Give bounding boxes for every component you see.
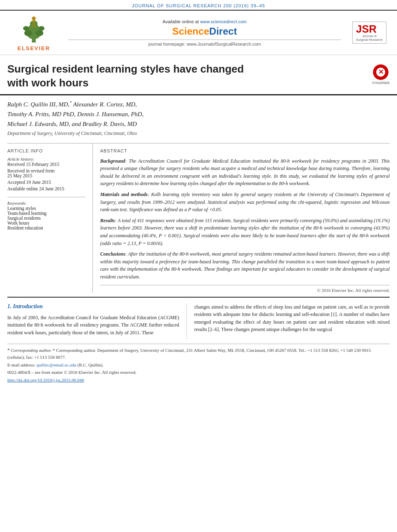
header-banner: ELSEVIER Available online at www.science… xyxy=(0,10,397,55)
doi-line: http://dx.doi.org/10.1016/j.jss.2015.06.… xyxy=(7,377,390,384)
direct-suffix: Direct xyxy=(209,26,237,37)
two-col-layout: ARTICLE INFO Article history: Received 1… xyxy=(7,143,390,293)
revised-label: Received in revised form xyxy=(7,168,85,173)
journal-header-bar: JOURNAL OF SURGICAL RESEARCH 200 (2016) … xyxy=(0,0,397,10)
available-date: Available online 24 June 2015 xyxy=(7,186,85,191)
abstract-results: Results: A total of 411 responses were o… xyxy=(100,217,390,247)
intro-section-title: 1. Introduction xyxy=(7,303,179,310)
copyright-notice: © 2016 Elsevier Inc. All rights reserved… xyxy=(100,285,390,293)
sciencedirect-link[interactable]: www.sciencedirect.com xyxy=(200,19,246,24)
crossmark-x-icon: ✕ xyxy=(378,69,384,75)
intro-left-text: In July of 2003, the Accreditation Counc… xyxy=(7,314,179,337)
keyword-1: Learning styles xyxy=(7,206,85,211)
elsevier-wordmark: ELSEVIER xyxy=(18,45,50,51)
title-section: Surgical resident learning styles have c… xyxy=(0,55,397,95)
article-info-heading: ARTICLE INFO xyxy=(7,148,85,153)
star-symbol: * xyxy=(7,347,10,353)
elsevier-tree-icon xyxy=(13,14,54,44)
email-suffix: (R.C. Quillin). xyxy=(77,362,103,367)
footer-notes: * Corresponding author. * Corresponding … xyxy=(7,344,390,383)
history-label: Article history: xyxy=(7,157,85,161)
abstract-background: Background: The Accreditation Council fo… xyxy=(100,157,390,188)
crossmark-badge[interactable]: ✕ CrossMark xyxy=(372,64,390,85)
keyword-5: Resident education xyxy=(7,225,85,230)
abstract-methods: Materials and methods: Kolb learning sty… xyxy=(100,191,390,214)
journal-homepage: journal homepage: www.JournalofSurgicalR… xyxy=(68,40,341,46)
svg-point-4 xyxy=(24,30,32,36)
main-content: 1. Introduction In July of 2003, the Acc… xyxy=(7,297,390,340)
abstract-heading: ABSTRACT xyxy=(100,148,390,153)
elsevier-logo: ELSEVIER xyxy=(7,14,60,51)
article-info-col: ARTICLE INFO Article history: Received 1… xyxy=(7,143,93,293)
crossmark-circle: ✕ xyxy=(373,64,388,80)
article-title: Surgical resident learning styles have c… xyxy=(7,62,244,90)
intro-left: 1. Introduction In July of 2003, the Acc… xyxy=(7,303,186,340)
keywords-label: Keywords: xyxy=(7,201,85,205)
intro-right: changes aimed to address the effects of … xyxy=(186,303,390,340)
svg-point-6 xyxy=(23,26,29,31)
abstract-conclusions: Conclusions: After the institution of th… xyxy=(100,250,390,280)
jsr-letters: JSR xyxy=(356,24,382,34)
intro-right-text: changes aimed to address the effects of … xyxy=(194,303,390,333)
affiliation: Department of Surgery, University of Cin… xyxy=(7,130,390,137)
keyword-2: Team-based learning xyxy=(7,211,85,216)
email-label: E-mail address: xyxy=(7,362,35,367)
sci-prefix: Science xyxy=(172,26,209,37)
header-center: Available online at www.sciencedirect.co… xyxy=(60,19,349,46)
crossmark-label: CrossMark xyxy=(372,81,390,85)
authors-section: Ralph C. Quillin III, MD,* Alexander R. … xyxy=(0,95,397,139)
issn-line: 0022-4804/$ – see front matter © 2016 El… xyxy=(7,369,390,376)
jsr-box: JSR Journal ofSurgical Research xyxy=(352,22,386,44)
crossmark-inner: ✕ xyxy=(376,68,385,77)
email-line: E-mail address: quillirc@email.uc.edu (R… xyxy=(7,362,390,369)
keyword-3: Surgical residents xyxy=(7,216,85,221)
jsr-subtitle: Journal ofSurgical Research xyxy=(356,34,382,42)
svg-point-7 xyxy=(38,26,44,31)
received-date: Received 15 February 2015 xyxy=(7,162,85,167)
available-online-label: Available online at www.sciencedirect.co… xyxy=(68,19,341,24)
revised-date: 25 May 2015 xyxy=(7,173,85,178)
keyword-4: Work hours xyxy=(7,221,85,225)
doi-link[interactable]: http://dx.doi.org/10.1016/j.jss.2015.06.… xyxy=(7,377,84,382)
sciencedirect-logo: ScienceDirect xyxy=(68,26,341,37)
jsr-logo: JSR Journal ofSurgical Research xyxy=(349,22,390,44)
corresponding-author-note: * Corresponding author. * Corresponding … xyxy=(7,347,390,361)
abstract-col: ABSTRACT Background: The Accreditation C… xyxy=(93,143,390,293)
authors-list: Ralph C. Quillin III, MD,* Alexander R. … xyxy=(7,99,390,129)
keywords-section: Keywords: Learning styles Team-based lea… xyxy=(7,197,85,230)
accepted-date: Accepted 19 June 2015 xyxy=(7,180,85,185)
svg-point-5 xyxy=(36,30,44,36)
svg-point-8 xyxy=(32,17,35,20)
journal-citation: JOURNAL OF SURGICAL RESEARCH 200 (2016) … xyxy=(132,3,265,8)
email-link[interactable]: quillirc@email.uc.edu xyxy=(36,362,76,367)
section-number: 1. xyxy=(7,303,13,309)
